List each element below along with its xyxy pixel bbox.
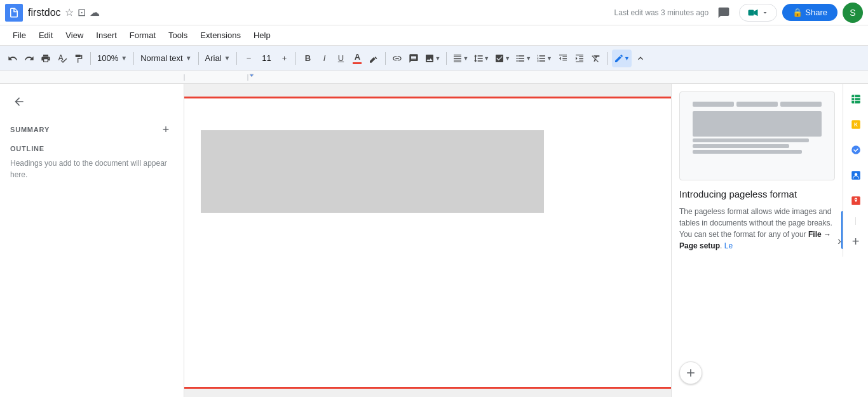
contacts-icon-btn[interactable] <box>846 165 866 185</box>
summary-header: SUMMARY + <box>10 122 173 137</box>
menu-help[interactable]: Help <box>248 28 276 43</box>
pageless-desc: The pageless format allows wide images a… <box>679 206 835 252</box>
document-page[interactable] <box>184 97 671 389</box>
outline-label: OUTLINE <box>10 145 173 152</box>
toolbar: 100% ▼ Normal text ▼ Arial ▼ − 11 + B I … <box>0 46 868 71</box>
floating-add-button[interactable] <box>679 361 702 384</box>
chat-button[interactable] <box>714 3 734 23</box>
top-right-actions: Last edit was 3 minutes ago 🔒 Share S <box>614 3 863 23</box>
line-spacing-button[interactable]: ▼ <box>471 50 491 67</box>
zoom-chevron: ▼ <box>121 55 127 62</box>
add-summary-button[interactable]: + <box>158 122 173 137</box>
tasks-icon-btn[interactable] <box>846 140 866 160</box>
pageless-preview <box>679 91 835 180</box>
print-button[interactable] <box>38 50 53 67</box>
redo-button[interactable] <box>22 50 37 67</box>
divider-6 <box>385 52 386 65</box>
right-side-icons: K + <box>843 84 868 257</box>
last-edit-text: Last edit was 3 minutes ago <box>614 8 709 17</box>
user-avatar[interactable]: S <box>843 3 863 23</box>
underline-button[interactable]: U <box>333 50 348 67</box>
divider-4 <box>236 52 237 65</box>
svg-point-12 <box>851 145 860 154</box>
checklist-button[interactable]: ▼ <box>492 50 512 67</box>
zoom-select[interactable]: 100% ▼ <box>95 50 130 67</box>
paintformat-button[interactable] <box>71 50 86 67</box>
text-color-button[interactable]: A <box>349 50 365 67</box>
meet-button[interactable] <box>739 4 777 22</box>
expand-panel-button[interactable]: › <box>837 234 841 247</box>
doc-title: firstdoc <box>28 7 61 18</box>
divider-2 <box>133 52 134 65</box>
paragraph-chevron: ▼ <box>186 55 192 62</box>
summary-label: SUMMARY <box>10 126 50 133</box>
keep-icon-btn[interactable]: K <box>846 114 866 135</box>
font-size-increase[interactable]: + <box>276 50 292 67</box>
font-chevron: ▼ <box>224 55 231 62</box>
star-icon[interactable]: ☆ <box>65 6 74 18</box>
svg-point-14 <box>854 173 857 176</box>
divider-8 <box>607 52 608 65</box>
link-button[interactable] <box>390 50 405 67</box>
font-value: Arial <box>205 53 222 63</box>
edit-mode-button[interactable]: ▼ <box>612 50 632 67</box>
align-button[interactable]: ▼ <box>451 50 470 67</box>
menu-edit[interactable]: Edit <box>34 28 58 43</box>
font-size-value: 11 <box>257 53 275 63</box>
divider-5 <box>295 52 296 65</box>
menu-view[interactable]: View <box>60 28 88 43</box>
divider-1 <box>90 52 91 65</box>
font-size-decrease[interactable]: − <box>241 50 256 67</box>
main-area: SUMMARY + OUTLINE Headings you add to th… <box>0 84 868 397</box>
svg-point-16 <box>855 199 856 200</box>
back-button[interactable] <box>10 94 28 112</box>
svg-rect-6 <box>851 95 860 104</box>
collapse-toolbar-button[interactable] <box>633 50 648 67</box>
paragraph-style-value: Normal text <box>140 53 182 63</box>
menu-file[interactable]: File <box>8 28 31 43</box>
bold-button[interactable]: B <box>300 50 315 67</box>
pageless-link[interactable]: Le <box>724 241 733 250</box>
image-button[interactable]: ▼ <box>423 50 442 67</box>
lock-icon: 🔒 <box>792 8 803 17</box>
ruler <box>0 71 868 84</box>
menu-insert[interactable]: Insert <box>91 28 122 43</box>
document-image <box>201 130 544 213</box>
right-panel: Introducing pageless format The pageless… <box>671 84 868 397</box>
right-panel-content: Introducing pageless format The pageless… <box>672 84 843 264</box>
sidebar: SUMMARY + OUTLINE Headings you add to th… <box>0 84 184 397</box>
text-color-icon: A <box>353 52 362 64</box>
spellcheck-button[interactable] <box>55 50 70 67</box>
undo-button[interactable] <box>5 50 20 67</box>
top-bar: firstdoc ☆ ⊡ ☁ Last edit was 3 minutes a… <box>0 0 868 25</box>
title-icons: ☆ ⊡ ☁ <box>65 6 100 18</box>
svg-rect-0 <box>749 10 754 15</box>
cloud-icon[interactable]: ☁ <box>90 6 100 18</box>
menu-extensions[interactable]: Extensions <box>195 28 246 43</box>
maps-icon-btn[interactable] <box>846 191 866 211</box>
bullet-list-button[interactable]: ▼ <box>513 50 533 67</box>
sidebar-header <box>10 94 173 112</box>
share-button[interactable]: 🔒 Share <box>782 4 837 21</box>
decrease-indent-button[interactable] <box>555 50 571 67</box>
numbered-list-button[interactable]: ▼ <box>534 50 554 67</box>
italic-button[interactable]: I <box>316 50 332 67</box>
sheets-icon-btn[interactable] <box>846 89 866 109</box>
menu-bar: File Edit View Insert Format Tools Exten… <box>0 25 868 46</box>
font-size-control: − 11 + <box>241 50 292 67</box>
folder-icon[interactable]: ⊡ <box>78 6 86 18</box>
highlight-button[interactable] <box>366 50 381 67</box>
clear-format-button[interactable] <box>588 50 604 67</box>
divider-3 <box>198 52 199 65</box>
menu-format[interactable]: Format <box>125 28 161 43</box>
increase-indent-button[interactable] <box>572 50 587 67</box>
document-area[interactable] <box>184 84 671 397</box>
comment-button[interactable] <box>406 50 421 67</box>
font-select[interactable]: Arial ▼ <box>203 50 233 67</box>
add-addon-button[interactable]: + <box>846 231 866 252</box>
outline-hint: Headings you add to the document will ap… <box>10 158 173 180</box>
paragraph-style-select[interactable]: Normal text ▼ <box>138 50 194 67</box>
menu-tools[interactable]: Tools <box>163 28 193 43</box>
pageless-title: Introducing pageless format <box>679 188 835 201</box>
doc-icon <box>5 4 23 22</box>
